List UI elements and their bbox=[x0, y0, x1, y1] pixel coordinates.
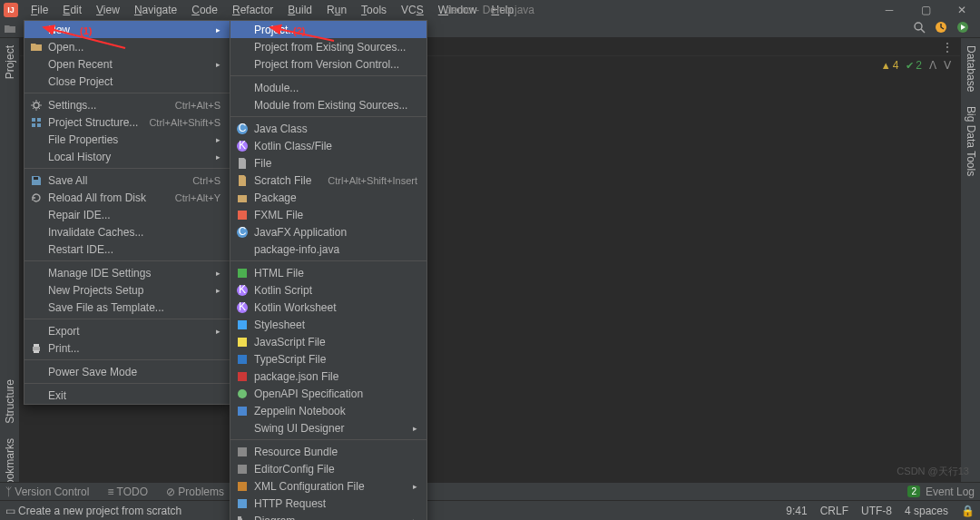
folder-icon[interactable] bbox=[0, 23, 20, 35]
tab-version-control[interactable]: ᛉ Version Control bbox=[5, 486, 89, 498]
tab-database[interactable]: Database bbox=[963, 38, 979, 99]
new-menu-item-14[interactable]: package-info.java bbox=[230, 240, 426, 258]
file-menu-item-17[interactable]: New Projects Setup▸ bbox=[24, 281, 230, 299]
minimize-button[interactable]: ─ bbox=[871, 0, 907, 20]
file-menu-item-5[interactable]: Settings...Ctrl+Alt+S bbox=[24, 96, 230, 113]
update-icon[interactable] bbox=[935, 21, 947, 36]
new-menu-item-0[interactable]: Project... bbox=[230, 21, 426, 38]
chevron-right-icon: ▸ bbox=[413, 516, 417, 521]
file-menu-item-23[interactable]: Power Save Mode bbox=[24, 363, 230, 380]
warnings-badge[interactable]: ▲ 4 bbox=[881, 59, 899, 72]
lock-icon[interactable]: 🔒 bbox=[961, 505, 975, 517]
new-menu-item-12[interactable]: FXML File bbox=[230, 206, 426, 223]
menu-navigate[interactable]: Navigate bbox=[127, 1, 184, 19]
chevron-up-icon[interactable]: ᐱ bbox=[929, 59, 936, 72]
shortcut: Ctrl+Alt+Shift+Insert bbox=[328, 175, 417, 186]
indent[interactable]: 4 spaces bbox=[905, 505, 948, 517]
new-menu-item-5[interactable]: Module from Existing Sources... bbox=[230, 96, 426, 113]
new-menu-item-11[interactable]: Package bbox=[230, 189, 426, 206]
menu-refactor[interactable]: Refactor bbox=[225, 1, 280, 19]
new-menu-item-9[interactable]: File bbox=[230, 154, 426, 172]
menu-file[interactable]: File bbox=[24, 1, 55, 19]
new-menu-item-21[interactable]: TypeScript File bbox=[230, 350, 426, 368]
k-icon: K bbox=[236, 140, 249, 152]
svg-text:C: C bbox=[239, 123, 247, 134]
status-tip-icon: ▭ bbox=[5, 505, 15, 517]
file-menu-item-14[interactable]: Restart IDE... bbox=[24, 240, 230, 258]
menu-view[interactable]: View bbox=[89, 1, 127, 19]
file-menu-label: Project Structure... bbox=[48, 116, 138, 129]
menu-run[interactable]: Run bbox=[319, 1, 354, 19]
new-menu-item-20[interactable]: JavaScript File bbox=[230, 333, 426, 350]
tab-structure[interactable]: Structure bbox=[2, 372, 18, 431]
file-menu-item-3[interactable]: Close Project bbox=[24, 73, 230, 90]
encoding[interactable]: UTF-8 bbox=[861, 505, 892, 517]
file-menu-label: Reload All from Disk bbox=[48, 191, 146, 204]
new-menu-item-17[interactable]: KKotlin Script bbox=[230, 281, 426, 299]
new-menu-item-4[interactable]: Module... bbox=[230, 79, 426, 96]
left-tool-gutter: Project Structure Bookmarks bbox=[0, 38, 20, 500]
new-menu-item-30[interactable]: HTTP Request bbox=[230, 495, 426, 512]
new-menu-label: Diagram bbox=[254, 515, 295, 521]
new-menu-item-28[interactable]: EditorConfig File bbox=[230, 460, 426, 477]
new-menu-item-1[interactable]: Project from Existing Sources... bbox=[230, 38, 426, 55]
file-menu-item-10[interactable]: Save AllCtrl+S bbox=[24, 172, 230, 189]
new-menu-item-10[interactable]: Scratch FileCtrl+Alt+Shift+Insert bbox=[230, 172, 426, 189]
menu-edit[interactable]: Edit bbox=[55, 1, 89, 19]
maximize-button[interactable]: ▢ bbox=[907, 0, 944, 20]
file-menu-item-8[interactable]: Local History▸ bbox=[24, 148, 230, 165]
new-menu-item-18[interactable]: KKotlin Worksheet bbox=[230, 299, 426, 316]
menu-vcs[interactable]: VCS bbox=[394, 1, 431, 19]
new-menu-item-27[interactable]: Resource Bundle bbox=[230, 443, 426, 460]
file-menu-label: Open... bbox=[48, 41, 83, 54]
new-menu-item-8[interactable]: KKotlin Class/File bbox=[230, 137, 426, 154]
tab-problems[interactable]: ⊘ Problems bbox=[166, 486, 224, 498]
run-icon[interactable] bbox=[956, 21, 969, 36]
new-menu-label: Project from Existing Sources... bbox=[254, 41, 406, 54]
file-menu-item-21[interactable]: Print... bbox=[24, 339, 230, 357]
new-menu-item-7[interactable]: CJava Class bbox=[230, 120, 426, 137]
event-log-label[interactable]: Event Log bbox=[926, 486, 975, 498]
line-separator[interactable]: CRLF bbox=[820, 505, 848, 517]
tab-todo[interactable]: ≡ TODO bbox=[107, 486, 148, 498]
caret-position[interactable]: 9:41 bbox=[786, 505, 807, 517]
checks-badge[interactable]: ✔ 2 bbox=[906, 59, 922, 72]
chevron-right-icon: ▸ bbox=[216, 286, 220, 295]
file-menu-item-1[interactable]: Open... bbox=[24, 38, 230, 55]
new-menu-item-16[interactable]: HTML File bbox=[230, 264, 426, 281]
close-button[interactable]: ✕ bbox=[944, 0, 980, 20]
file-menu-label: Repair IDE... bbox=[48, 209, 111, 221]
file-menu-item-13[interactable]: Invalidate Caches... bbox=[24, 223, 230, 240]
file-menu-item-0[interactable]: New▸ bbox=[24, 21, 230, 38]
new-menu-item-31[interactable]: Diagram▸ bbox=[230, 512, 426, 520]
http-icon bbox=[236, 497, 249, 510]
event-log-count[interactable]: 2 bbox=[907, 486, 920, 497]
tab-bigdata[interactable]: Big Data Tools bbox=[963, 99, 979, 183]
new-menu-item-22[interactable]: package.json File bbox=[230, 368, 426, 385]
file-menu-item-11[interactable]: Reload All from DiskCtrl+Alt+Y bbox=[24, 189, 230, 206]
menu-code[interactable]: Code bbox=[184, 1, 225, 19]
file-menu-item-20[interactable]: Export▸ bbox=[24, 322, 230, 339]
chevron-right-icon: ▸ bbox=[216, 152, 220, 162]
file-menu-item-25[interactable]: Exit bbox=[24, 387, 230, 404]
file-menu-item-7[interactable]: File Properties▸ bbox=[24, 131, 230, 148]
file-menu-item-6[interactable]: Project Structure...Ctrl+Alt+Shift+S bbox=[24, 113, 230, 131]
new-menu-item-25[interactable]: Swing UI Designer▸ bbox=[230, 419, 426, 437]
rb-icon bbox=[236, 446, 249, 458]
new-menu-item-24[interactable]: Zeppelin Notebook bbox=[230, 402, 426, 419]
file-menu-item-12[interactable]: Repair IDE... bbox=[24, 206, 230, 223]
new-menu-item-19[interactable]: Stylesheet bbox=[230, 316, 426, 333]
file-menu-item-16[interactable]: Manage IDE Settings▸ bbox=[24, 264, 230, 281]
new-menu-item-2[interactable]: Project from Version Control... bbox=[230, 55, 426, 73]
search-icon[interactable] bbox=[913, 21, 926, 36]
menu-build[interactable]: Build bbox=[280, 1, 319, 19]
new-menu-item-29[interactable]: XML Configuration File▸ bbox=[230, 477, 426, 495]
file-menu-item-18[interactable]: Save File as Template... bbox=[24, 299, 230, 316]
file-menu-item-2[interactable]: Open Recent▸ bbox=[24, 55, 230, 73]
new-menu-item-23[interactable]: OpenAPI Specification bbox=[230, 385, 426, 402]
new-menu-item-13[interactable]: CJavaFX Application bbox=[230, 223, 426, 240]
chevron-down-icon[interactable]: ᐯ bbox=[944, 59, 951, 72]
tab-project[interactable]: Project bbox=[2, 38, 18, 86]
menu-tools[interactable]: Tools bbox=[354, 1, 394, 19]
more-icon[interactable]: ⋮ bbox=[942, 41, 953, 54]
